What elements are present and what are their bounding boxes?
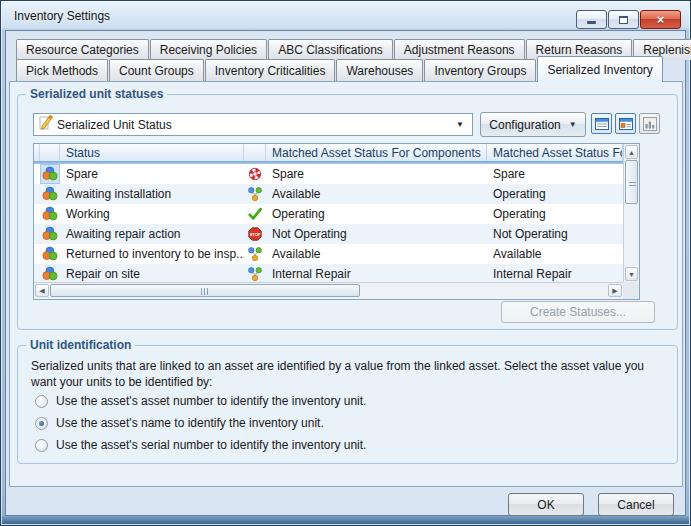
combobox-value: Serialized Unit Status: [57, 118, 172, 132]
components-status-cell: Available: [266, 184, 487, 204]
status-cell: Awaiting repair action: [60, 224, 244, 244]
group-label: Serialized unit statuses: [26, 87, 167, 101]
chevron-down-icon: ▼: [456, 120, 464, 129]
serialized-inventory-tab-page: Serialized unit statuses Serialized Unit…: [9, 81, 683, 487]
vertical-scroll-thumb[interactable]: [625, 160, 638, 204]
radio-icon[interactable]: [35, 395, 48, 408]
cancel-button[interactable]: Cancel: [598, 493, 674, 516]
grid-row-returned-to-inventory-to-be-insp[interactable]: Returned to inventory to be insp...Avail…: [34, 244, 623, 264]
chart-view-button[interactable]: [639, 113, 660, 134]
unit-identification-group: Unit identification Serialized units tha…: [17, 345, 678, 464]
tab-warehouses[interactable]: Warehouses: [336, 59, 423, 82]
life-preserver-icon: [244, 164, 266, 184]
tab-receiving-policies[interactable]: Receiving Policies: [150, 39, 267, 60]
dialog-body: Resource CategoriesReceiving PoliciesABC…: [5, 30, 686, 516]
column-header-matched-asset-status-for-t[interactable]: Matched Asset Status For T: [487, 144, 623, 161]
grid-row-repair-on-site[interactable]: Repair on siteInternal RepairInternal Re…: [34, 264, 623, 282]
horizontal-scroll-thumb[interactable]: [50, 284, 360, 297]
column-header-status[interactable]: Status: [60, 144, 244, 161]
components-status-cell: Spare: [266, 164, 487, 184]
radio-option-use-the-asset-s-serial-number[interactable]: Use the asset's serial number to identif…: [35, 438, 366, 452]
status-tree-icon: [244, 184, 266, 204]
tab-count-groups[interactable]: Count Groups: [109, 59, 204, 82]
card-view-button[interactable]: [615, 113, 636, 134]
grid-row-awaiting-installation[interactable]: Awaiting installationAvailableOperating: [34, 184, 623, 204]
tab-serialized-inventory[interactable]: Serialized Inventory: [537, 56, 662, 82]
scroll-down-icon[interactable]: ▼: [625, 267, 638, 281]
scrollbar-corner: [623, 282, 639, 299]
minimize-icon: [587, 21, 596, 24]
chart-view-icon: [642, 116, 658, 132]
window-controls: ×: [576, 10, 681, 29]
radio-option-use-the-asset-s-name-to[interactable]: Use the asset's name to identify the inv…: [35, 416, 324, 430]
status-balls-icon: [40, 244, 60, 264]
status-tree-icon: [244, 264, 266, 282]
column-header-matched-asset-status-for-components[interactable]: Matched Asset Status For Components: [266, 144, 487, 161]
components-status-cell: Available: [266, 244, 487, 264]
titlebar[interactable]: Inventory Settings ×: [1, 1, 690, 31]
edit-pencil-icon: [37, 115, 53, 134]
grid-header: StatusMatched Asset Status For Component…: [34, 144, 623, 161]
tab-pick-methods[interactable]: Pick Methods: [16, 59, 108, 82]
card-view-icon: [618, 116, 634, 132]
grid-row-spare[interactable]: SpareSpareSpare: [34, 164, 623, 184]
svg-text:STOP: STOP: [250, 232, 261, 237]
status-tree-icon: [244, 244, 266, 264]
status-balls-icon: [40, 204, 60, 224]
vertical-scrollbar[interactable]: ▲ ▼: [623, 144, 639, 282]
statuses-grid: StatusMatched Asset Status For Component…: [33, 143, 640, 300]
maximize-icon: [619, 16, 628, 24]
horizontal-scrollbar[interactable]: ◀ ▶: [34, 282, 623, 299]
create-statuses-button[interactable]: Create Statuses...: [501, 301, 655, 323]
scroll-left-icon[interactable]: ◀: [35, 284, 49, 297]
unit-identification-description: Serialized units that are linked to an a…: [31, 358, 667, 390]
components-status-cell: Internal Repair: [266, 264, 487, 282]
stop-icon: STOP: [244, 224, 266, 244]
scroll-up-icon[interactable]: ▲: [625, 145, 638, 159]
group-label: Unit identification: [26, 338, 135, 352]
tab-inventory-groups[interactable]: Inventory Groups: [424, 59, 536, 82]
status-balls-icon: [40, 264, 60, 282]
tab-row-2: Pick MethodsCount GroupsInventory Critic…: [16, 59, 683, 82]
column-header-blank[interactable]: [40, 144, 60, 161]
status-balls-icon: [40, 224, 60, 244]
tab-abc-classifications[interactable]: ABC Classifications: [268, 39, 393, 60]
radio-icon[interactable]: [35, 439, 48, 452]
radio-option-use-the-asset-s-asset-number[interactable]: Use the asset's asset number to identify…: [35, 394, 366, 408]
serialized-unit-statuses-group: Serialized unit statuses Serialized Unit…: [17, 94, 678, 330]
components-status-cell: Not Operating: [266, 224, 487, 244]
radio-label: Use the asset's name to identify the inv…: [56, 416, 324, 430]
chevron-down-icon: ▼: [569, 120, 577, 129]
maximize-button[interactable]: [608, 10, 639, 29]
grid-row-awaiting-repair-action[interactable]: Awaiting repair actionSTOPNot OperatingN…: [34, 224, 623, 244]
status-cell: Awaiting installation: [60, 184, 244, 204]
third-status-cell: Not Operating: [487, 224, 623, 244]
scroll-right-icon[interactable]: ▶: [608, 284, 622, 297]
ok-button[interactable]: OK: [508, 493, 584, 516]
third-status-cell: Internal Repair: [487, 264, 623, 282]
status-balls-icon: [40, 184, 60, 204]
status-cell: Spare: [60, 164, 244, 184]
minimize-button[interactable]: [576, 10, 607, 29]
grid-row-working[interactable]: WorkingOperatingOperating: [34, 204, 623, 224]
close-button[interactable]: ×: [640, 10, 681, 29]
inventory-settings-window: Inventory Settings × Resource Categories…: [0, 0, 691, 526]
close-icon: ×: [657, 13, 665, 26]
tab-inventory-criticalities[interactable]: Inventory Criticalities: [205, 59, 336, 82]
column-header-blank[interactable]: [244, 144, 266, 161]
radio-label: Use the asset's asset number to identify…: [56, 394, 366, 408]
tab-resource-categories[interactable]: Resource Categories: [16, 39, 149, 60]
grid-body: SpareSpareSpareAwaiting installationAvai…: [34, 164, 623, 282]
configuration-button[interactable]: Configuration ▼: [480, 112, 586, 137]
radio-selected-icon[interactable]: [35, 417, 48, 430]
configuration-label: Configuration: [489, 118, 560, 132]
status-cell: Repair on site: [60, 264, 244, 282]
components-status-cell: Operating: [266, 204, 487, 224]
list-view-button[interactable]: [591, 113, 612, 134]
status-cell: Working: [60, 204, 244, 224]
serialized-unit-status-combobox[interactable]: Serialized Unit Status ▼: [33, 113, 473, 136]
third-status-cell: Operating: [487, 184, 623, 204]
check-icon: [244, 204, 266, 224]
radio-label: Use the asset's serial number to identif…: [56, 438, 366, 452]
tab-adjustment-reasons[interactable]: Adjustment Reasons: [394, 39, 525, 60]
